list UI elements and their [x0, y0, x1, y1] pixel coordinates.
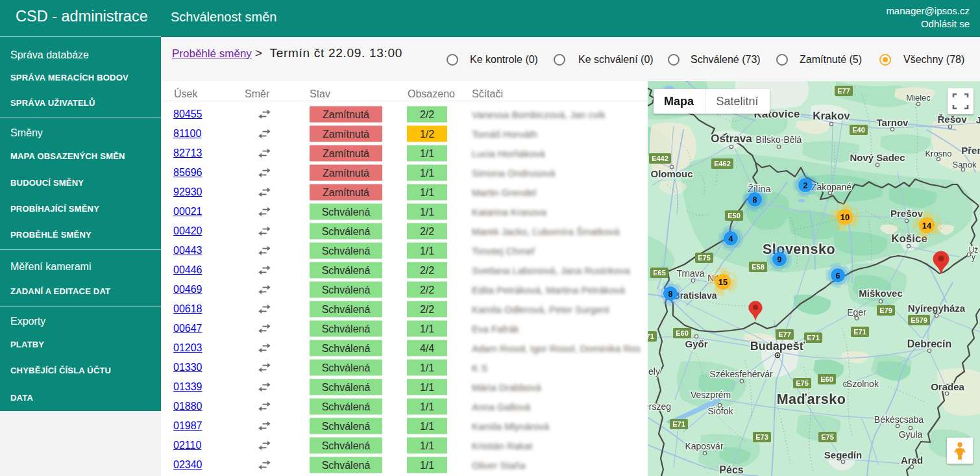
svg-text:Székesfehérvár: Székesfehérvár	[709, 369, 773, 379]
svg-text:8: 8	[668, 290, 673, 299]
svg-text:Řešov: Řešov	[937, 114, 967, 125]
svg-text:E75: E75	[796, 379, 809, 387]
svg-text:Tarnov: Tarnov	[877, 117, 909, 128]
svg-text:E60: E60	[676, 329, 689, 337]
svg-text:E60: E60	[820, 375, 833, 383]
svg-text:Pécs: Pécs	[719, 464, 743, 475]
svg-text:E75: E75	[698, 254, 711, 262]
svg-text:E75: E75	[821, 433, 834, 441]
svg-text:E65: E65	[653, 269, 666, 277]
svg-text:4: 4	[729, 234, 733, 244]
svg-text:E79: E79	[879, 307, 892, 314]
svg-text:erszeg: erszeg	[648, 401, 671, 412]
svg-text:Přem: Přem	[961, 145, 980, 156]
svg-text:Krakov: Krakov	[813, 110, 850, 122]
svg-text:Veszprém: Veszprém	[691, 390, 731, 400]
svg-text:15: 15	[718, 277, 728, 287]
svg-text:E71: E71	[807, 334, 820, 342]
svg-text:Szolnok: Szolnok	[846, 379, 879, 389]
svg-text:Maďarsko: Maďarsko	[777, 392, 846, 407]
svg-text:Mapa: Mapa	[664, 95, 694, 108]
svg-text:E58: E58	[752, 263, 765, 271]
svg-text:Satelitní: Satelitní	[716, 95, 758, 108]
svg-text:Siófok: Siófok	[708, 406, 734, 416]
svg-text:E71: E71	[853, 328, 866, 336]
svg-text:E77: E77	[837, 87, 850, 95]
svg-text:E77: E77	[778, 331, 791, 338]
svg-text:E73: E73	[755, 433, 768, 441]
svg-text:8: 8	[753, 195, 757, 205]
svg-text:E71: E71	[672, 420, 685, 428]
svg-text:6: 6	[836, 271, 840, 281]
svg-text:E442: E442	[652, 155, 668, 162]
svg-text:Győr: Győr	[685, 338, 707, 349]
svg-text:Ostrava: Ostrava	[711, 132, 752, 145]
svg-text:Trnava: Trnava	[676, 268, 704, 279]
svg-text:E71: E71	[648, 332, 654, 340]
svg-text:E40: E40	[852, 126, 865, 134]
svg-text:ely: ely	[648, 366, 660, 377]
svg-text:y: y	[972, 253, 975, 262]
svg-text:Segedín: Segedín	[824, 449, 862, 460]
svg-text:Kaposvár: Kaposvár	[685, 441, 723, 451]
svg-text:Oradea: Oradea	[931, 381, 964, 392]
svg-text:Nový Sadec: Nový Sadec	[850, 152, 905, 163]
svg-text:Budapešť: Budapešť	[750, 340, 805, 353]
svg-text:J: J	[976, 114, 980, 125]
svg-text:Gyula: Gyula	[899, 429, 923, 440]
svg-text:2: 2	[803, 181, 808, 190]
svg-text:Békéscsaba: Békéscsaba	[874, 414, 924, 425]
svg-text:Miškovec: Miškovec	[859, 288, 903, 299]
svg-text:9: 9	[778, 255, 782, 264]
svg-text:E462: E462	[714, 160, 731, 168]
svg-text:Nyíregyháza: Nyíregyháza	[908, 303, 966, 314]
svg-text:Bílsko-Bělá: Bílsko-Bělá	[756, 134, 802, 145]
svg-text:Mielec: Mielec	[906, 93, 931, 103]
svg-text:14: 14	[922, 221, 932, 231]
svg-text:E50: E50	[728, 212, 741, 219]
svg-text:Arad: Arad	[901, 455, 923, 466]
svg-text:Olomouc: Olomouc	[650, 168, 692, 179]
svg-text:Debrecín: Debrecín	[907, 338, 951, 349]
svg-text:E579: E579	[911, 316, 927, 324]
svg-text:Prešov: Prešov	[890, 208, 924, 219]
svg-text:10: 10	[840, 212, 850, 222]
svg-text:Eger: Eger	[847, 307, 866, 318]
